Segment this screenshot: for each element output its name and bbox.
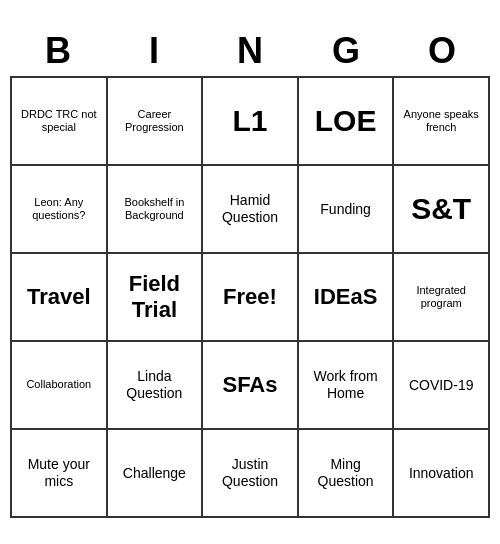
- bingo-cell: Collaboration: [12, 342, 108, 430]
- bingo-grid: DRDC TRC not specialCareer ProgressionL1…: [10, 76, 490, 518]
- cell-text: Travel: [27, 284, 91, 310]
- bingo-header: BINGO: [10, 26, 490, 76]
- bingo-card: BINGO DRDC TRC not specialCareer Progres…: [10, 26, 490, 518]
- bingo-cell: IDEaS: [299, 254, 395, 342]
- header-letter: I: [106, 26, 202, 76]
- bingo-cell: Anyone speaks french: [394, 78, 490, 166]
- cell-text: DRDC TRC not special: [16, 108, 102, 134]
- bingo-cell: DRDC TRC not special: [12, 78, 108, 166]
- cell-text: Innovation: [409, 465, 474, 482]
- bingo-cell: SFAs: [203, 342, 299, 430]
- header-letter: O: [394, 26, 490, 76]
- cell-text: Bookshelf in Background: [112, 196, 198, 222]
- cell-text: Funding: [320, 201, 371, 218]
- cell-text: Field Trial: [112, 271, 198, 324]
- cell-text: IDEaS: [314, 284, 378, 310]
- cell-text: Hamid Question: [207, 192, 293, 226]
- cell-text: Collaboration: [26, 378, 91, 391]
- bingo-cell: L1: [203, 78, 299, 166]
- header-letter: N: [202, 26, 298, 76]
- cell-text: Justin Question: [207, 456, 293, 490]
- bingo-cell: Mute your mics: [12, 430, 108, 518]
- cell-text: Linda Question: [112, 368, 198, 402]
- bingo-cell: Innovation: [394, 430, 490, 518]
- bingo-cell: Justin Question: [203, 430, 299, 518]
- bingo-cell: Bookshelf in Background: [108, 166, 204, 254]
- header-letter: B: [10, 26, 106, 76]
- cell-text: Challenge: [123, 465, 186, 482]
- bingo-cell: LOE: [299, 78, 395, 166]
- cell-text: Free!: [223, 284, 277, 310]
- bingo-cell: Travel: [12, 254, 108, 342]
- bingo-cell: Free!: [203, 254, 299, 342]
- bingo-cell: Linda Question: [108, 342, 204, 430]
- cell-text: Work from Home: [303, 368, 389, 402]
- cell-text: Mute your mics: [16, 456, 102, 490]
- cell-text: Leon: Any questions?: [16, 196, 102, 222]
- bingo-cell: Hamid Question: [203, 166, 299, 254]
- cell-text: Ming Question: [303, 456, 389, 490]
- bingo-cell: S&T: [394, 166, 490, 254]
- cell-text: Career Progression: [112, 108, 198, 134]
- bingo-cell: Field Trial: [108, 254, 204, 342]
- cell-text: Integrated program: [398, 284, 484, 310]
- cell-text: SFAs: [222, 372, 277, 398]
- bingo-cell: COVID-19: [394, 342, 490, 430]
- cell-text: L1: [232, 103, 267, 139]
- cell-text: S&T: [411, 191, 471, 227]
- bingo-cell: Leon: Any questions?: [12, 166, 108, 254]
- bingo-cell: Career Progression: [108, 78, 204, 166]
- cell-text: Anyone speaks french: [398, 108, 484, 134]
- bingo-cell: Challenge: [108, 430, 204, 518]
- bingo-cell: Ming Question: [299, 430, 395, 518]
- cell-text: LOE: [315, 103, 377, 139]
- bingo-cell: Work from Home: [299, 342, 395, 430]
- header-letter: G: [298, 26, 394, 76]
- cell-text: COVID-19: [409, 377, 474, 394]
- bingo-cell: Funding: [299, 166, 395, 254]
- bingo-cell: Integrated program: [394, 254, 490, 342]
